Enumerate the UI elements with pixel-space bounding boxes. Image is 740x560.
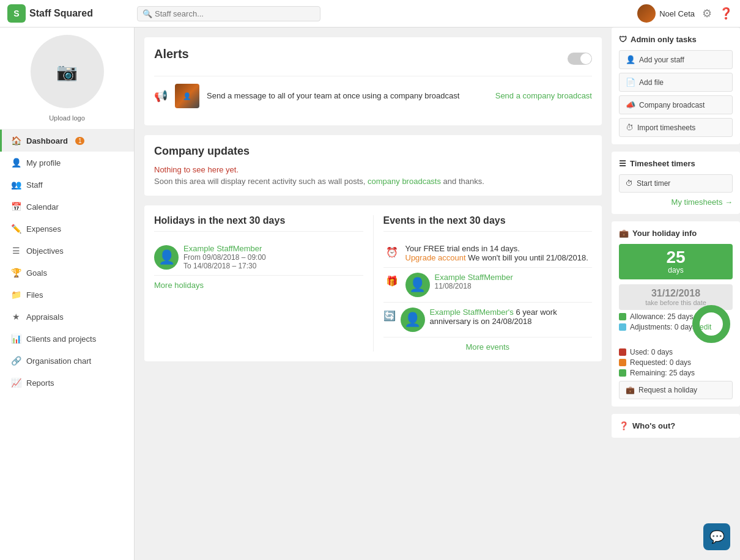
sidebar-item-files[interactable]: 📁 Files: [0, 284, 134, 306]
holiday-person-name: Example StaffMember: [183, 244, 266, 253]
settings-button[interactable]: ⚙: [702, 7, 712, 20]
alerts-toggle[interactable]: [568, 53, 592, 65]
search-area[interactable]: 🔍: [137, 6, 320, 21]
import-timesheets-button[interactable]: ⏱ Import timesheets: [619, 118, 733, 137]
sidebar-item-staff[interactable]: 👥 Staff: [0, 174, 134, 196]
expiry-date: 31/12/2018: [623, 288, 729, 299]
allowance-text: Allowance: 25 days: [630, 312, 693, 321]
days-number: 25: [624, 249, 728, 266]
holiday-dates-from: From 09/08/2018 – 09:00: [183, 253, 266, 262]
goals-icon: 🏆: [10, 268, 21, 278]
company-broadcast-button[interactable]: 📣 Company broadcast: [619, 95, 733, 114]
sidebar-item-reports[interactable]: 📈 Reports: [0, 372, 134, 394]
requested-text: Requested: 0 days: [630, 358, 691, 367]
sidebar-item-clients-projects[interactable]: 📊 Clients and projects: [0, 328, 134, 350]
anniversary-person-name: Example StaffMember's: [430, 308, 514, 317]
holiday-dates-to: To 14/08/2018 – 17:30: [183, 262, 266, 270]
clients-icon: 📊: [10, 334, 21, 344]
help-button[interactable]: ❓: [719, 7, 733, 20]
person-icon: 👤: [409, 277, 426, 293]
my-timesheets-link[interactable]: My timesheets →: [619, 197, 733, 207]
holidays-title: Holidays in the next 30 days: [154, 215, 363, 232]
col-divider: [373, 215, 374, 352]
whos-out-card: ❓ Who's out?: [612, 414, 740, 438]
sidebar-item-org-chart[interactable]: 🔗 Organisation chart: [0, 350, 134, 372]
sidebar-label-appraisals: Appraisals: [26, 312, 64, 322]
timer-icon: ⏱: [626, 123, 634, 132]
briefcase-icon: 💼: [619, 229, 629, 238]
sidebar-item-expenses[interactable]: ✏️ Expenses: [0, 218, 134, 240]
send-broadcast-link[interactable]: Send a company broadcast: [495, 90, 592, 102]
holiday-person-avatar: 👤: [154, 245, 179, 270]
used-legend: Used: 0 days: [619, 348, 733, 356]
add-file-button[interactable]: 📄 Add file: [619, 73, 733, 92]
company-logo-area: 📷 Upload logo: [0, 28, 134, 130]
timesheet-timers-card: ☰ Timesheet timers ⏱ Start timer My time…: [612, 152, 740, 214]
start-timer-button[interactable]: ⏱ Start timer: [619, 174, 733, 193]
sidebar-item-appraisals[interactable]: ★ Appraisals: [0, 306, 134, 328]
sidebar-label-files: Files: [26, 290, 43, 300]
holidays-col: Holidays in the next 30 days 👤 Example S…: [154, 215, 363, 352]
event-item-birthday: 🎁 👤 Example StaffMember 11/08/2018: [383, 268, 593, 303]
remaining-text: Remaining: 25 days: [630, 369, 695, 377]
right-sidebar: 🛡 Admin only tasks 👤 Add your staff 📄 Ad…: [612, 28, 740, 560]
header-right: Noel Ceta ⚙ ❓: [637, 4, 733, 23]
admin-tasks-card: 🛡 Admin only tasks 👤 Add your staff 📄 Ad…: [612, 28, 740, 144]
sidebar-item-my-profile[interactable]: 👤 My profile: [0, 152, 134, 174]
sidebar-item-objectives[interactable]: ☰ Objectives: [0, 240, 134, 262]
timesheet-icon: ☰: [619, 159, 626, 168]
event-trial-info: Your FREE trial ends in 14 days. Upgrade…: [405, 244, 588, 262]
sidebar-label-objectives: Objectives: [26, 246, 64, 256]
company-logo-upload[interactable]: 📷: [31, 35, 104, 108]
add-staff-button[interactable]: 👤 Add your staff: [619, 50, 733, 69]
holiday-info-title: 💼 Your holiday info: [619, 229, 733, 238]
anniversary-avatar: 👤: [401, 308, 425, 332]
main-layout: 📷 Upload logo 🏠 Dashboard 1 👤 My profile…: [0, 28, 740, 560]
remaining-dot: [619, 369, 626, 377]
alert-avatar: 👤: [175, 84, 199, 108]
profile-icon: 👤: [10, 158, 21, 168]
app-header: S Staff Squared 🔍 Noel Ceta ⚙ ❓: [0, 0, 740, 28]
nothing-text: Nothing to see here yet.: [154, 165, 592, 174]
requested-dot: [619, 359, 626, 366]
alerts-card: Alerts 📢 👤 Send a message to all of your…: [144, 37, 602, 125]
reports-icon: 📈: [10, 378, 21, 388]
main-content: Alerts 📢 👤 Send a message to all of your…: [135, 28, 612, 560]
event-birthday-info: Example StaffMember 11/08/2018: [435, 273, 513, 290]
search-input[interactable]: [155, 9, 315, 18]
user-name: Noel Ceta: [659, 9, 695, 18]
birthday-avatar: 👤: [405, 273, 430, 297]
alert-broadcast-text: Send a message to all of your team at on…: [207, 90, 488, 102]
chat-button[interactable]: 💬: [703, 523, 730, 550]
sidebar-label-calendar: Calendar: [26, 202, 59, 212]
sidebar-label-staff: Staff: [26, 180, 43, 190]
svg-point-1: [696, 309, 727, 339]
sidebar-item-goals[interactable]: 🏆 Goals: [0, 262, 134, 284]
alert-broadcast-item: 📢 👤 Send a message to all of your team a…: [154, 76, 592, 116]
staff-icon: 👥: [10, 180, 21, 190]
days-box: 25 days: [619, 244, 733, 279]
add-person-icon: 👤: [626, 55, 635, 64]
camera-icon: 📷: [56, 62, 78, 82]
logo-icon: S: [7, 4, 26, 23]
expenses-icon: ✏️: [10, 224, 21, 234]
sidebar-label-expenses: Expenses: [26, 224, 61, 234]
sidebar-label-org: Organisation chart: [26, 356, 91, 366]
company-updates-title: Company updates: [154, 145, 592, 158]
anniversary-icon: 🔄: [383, 308, 396, 322]
dashboard-icon: 🏠: [10, 136, 21, 146]
upgrade-account-link[interactable]: Upgrade account: [405, 253, 466, 262]
logo-area: S Staff Squared: [7, 4, 130, 23]
event-item-anniversary: 🔄 👤 Example StaffMember's 6 year work an…: [383, 303, 593, 337]
alerts-title: Alerts: [154, 47, 189, 61]
more-events-link[interactable]: More events: [383, 337, 593, 352]
request-holiday-button[interactable]: 💼 Request a holiday: [619, 381, 733, 399]
broadcasts-link[interactable]: company broadcasts: [368, 177, 441, 186]
sidebar-item-dashboard[interactable]: 🏠 Dashboard 1: [0, 130, 134, 152]
allowance-dot: [619, 313, 626, 320]
more-holidays-link[interactable]: More holidays: [154, 276, 363, 295]
sidebar-label-clients: Clients and projects: [26, 334, 96, 344]
upload-logo-label: Upload logo: [49, 114, 85, 122]
sidebar-item-calendar[interactable]: 📅 Calendar: [0, 196, 134, 218]
appraisals-icon: ★: [10, 312, 21, 322]
